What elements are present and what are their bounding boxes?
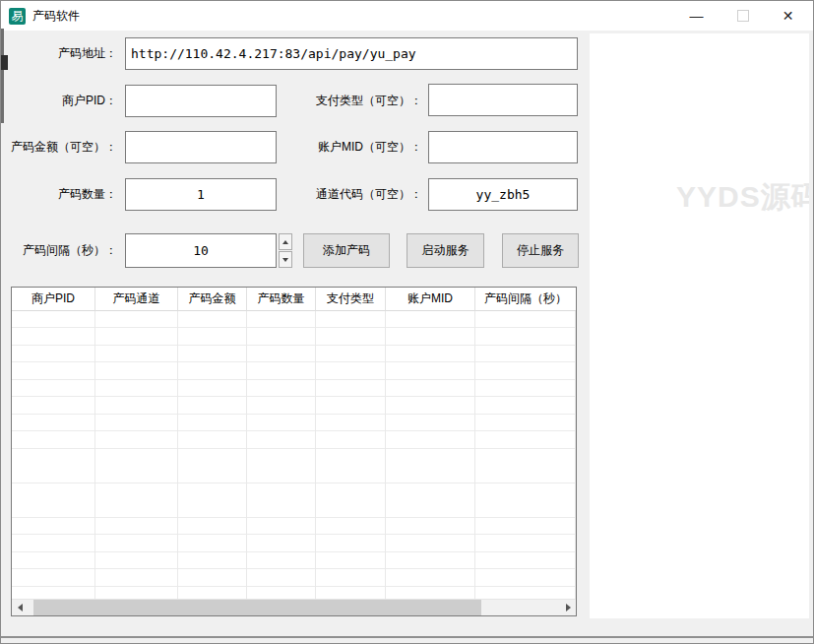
header-code-amount[interactable]: 产码金额: [178, 288, 247, 311]
quantity-label: 产码数量：: [19, 178, 117, 211]
background-window-icon: [1, 55, 8, 70]
header-account-mid[interactable]: 账户MID: [386, 288, 475, 311]
header-code-channel[interactable]: 产码通道: [95, 288, 178, 311]
maximize-icon: [737, 10, 749, 22]
address-input[interactable]: [125, 37, 578, 70]
add-code-button[interactable]: 添加产码: [303, 233, 390, 268]
pay-type-input[interactable]: [428, 84, 578, 116]
account-mid-input[interactable]: [428, 131, 578, 163]
scroll-right-button[interactable]: [560, 600, 576, 615]
minimize-button[interactable]: —: [674, 1, 719, 31]
codes-table: 商户PID 产码通道 产码金额 产码数量 支付类型 账户MID 产码间隔（秒）: [11, 287, 577, 616]
arrow-down-icon: [282, 258, 288, 262]
watermark-text: YYDS源码网: [676, 177, 809, 218]
scrollbar-thumb[interactable]: [33, 600, 481, 615]
table-body: [12, 311, 576, 600]
app-logo-icon: 易: [9, 8, 26, 25]
merchant-pid-label: 商户PID：: [19, 85, 117, 117]
header-code-interval[interactable]: 产码间隔（秒）: [475, 288, 576, 311]
merchant-pid-input[interactable]: [125, 85, 277, 117]
app-window: 易 产码软件 — ✕ 产码地址： 商户PID： 支付类型（可空）： 产码金额（可…: [0, 0, 814, 644]
table-column-grid: [12, 311, 576, 600]
background-window-edge: [1, 29, 4, 123]
horizontal-scrollbar: [12, 599, 576, 615]
scroll-left-button[interactable]: [12, 600, 28, 615]
address-label: 产码地址：: [19, 37, 117, 70]
header-pay-type[interactable]: 支付类型: [316, 288, 386, 311]
arrow-up-icon: [282, 240, 288, 244]
header-merchant-pid[interactable]: 商户PID: [12, 288, 95, 311]
amount-label: 产码金额（可空）：: [3, 131, 117, 163]
channel-code-label: 通道代码（可空）：: [296, 178, 422, 211]
table-header-row: 商户PID 产码通道 产码金额 产码数量 支付类型 账户MID 产码间隔（秒）: [12, 288, 576, 311]
window-title: 产码软件: [32, 1, 80, 31]
interval-label: 产码间隔（秒）：: [3, 233, 117, 268]
title-bar: 易 产码软件 — ✕: [1, 1, 813, 31]
channel-code-input[interactable]: [428, 178, 578, 211]
arrow-right-icon: [566, 604, 571, 612]
spinner-down-button[interactable]: [279, 251, 292, 268]
start-service-button[interactable]: 启动服务: [407, 233, 484, 268]
spinner-up-button[interactable]: [279, 233, 292, 250]
quantity-input[interactable]: [125, 178, 277, 211]
account-mid-label: 账户MID（可空）：: [296, 131, 422, 163]
header-code-quantity[interactable]: 产码数量: [247, 288, 316, 311]
scrollbar-track[interactable]: [28, 600, 560, 615]
maximize-button[interactable]: [720, 1, 765, 31]
right-panel: YYDS源码网: [590, 33, 809, 618]
pay-type-label: 支付类型（可空）：: [296, 85, 422, 117]
stop-service-button[interactable]: 停止服务: [502, 233, 579, 268]
window-bottom-edge: [1, 636, 813, 638]
amount-input[interactable]: [125, 131, 277, 163]
close-button[interactable]: ✕: [766, 1, 810, 31]
interval-input[interactable]: [125, 233, 277, 268]
interval-spinner: [279, 233, 292, 268]
arrow-left-icon: [18, 604, 23, 612]
